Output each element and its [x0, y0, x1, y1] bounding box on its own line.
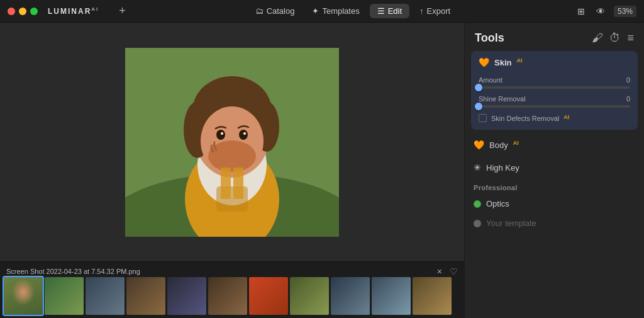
svg-point-10	[216, 130, 225, 140]
panel-title: Tools	[475, 31, 504, 45]
photo-svg	[125, 48, 339, 237]
filmstrip-thumb-1[interactable]	[4, 277, 43, 315]
main-area: Screen Shot 2022-04-23 at 7.54.32 PM.png…	[0, 23, 644, 318]
edit-icon: ☰	[377, 6, 385, 16]
svg-rect-18	[233, 168, 243, 199]
svg-point-11	[239, 130, 248, 140]
shine-label-row: Shine Removal 0	[479, 95, 630, 103]
professional-label: Professional	[465, 179, 644, 194]
filmstrip: Screen Shot 2022-04-23 at 7.54.32 PM.png…	[0, 261, 464, 318]
nav-edit[interactable]: ☰ Edit	[370, 4, 409, 18]
filmstrip-thumb-2[interactable]	[45, 277, 84, 315]
favorite-icon[interactable]: ♡	[450, 266, 458, 276]
nav-catalog[interactable]: 🗂 Catalog	[248, 4, 303, 18]
filter-settings-button[interactable]: ≡	[627, 31, 634, 45]
titlebar: LUMINARAI + 🗂 Catalog ✦ Templates ☰ Edit…	[0, 0, 644, 23]
body-icon: 🧡	[474, 140, 484, 150]
templates-icon: ✦	[312, 6, 319, 16]
filmstrip-thumb-9[interactable]	[331, 277, 370, 315]
nav-items: 🗂 Catalog ✦ Templates ☰ Edit ↑ Export	[136, 4, 570, 18]
shine-slider-row: Shine Removal 0	[479, 95, 630, 108]
photo-frame	[125, 48, 339, 237]
filmstrip-thumb-3[interactable]	[86, 277, 125, 315]
high-key-tool-name: High Key	[486, 163, 519, 173]
amount-label: Amount	[479, 76, 502, 84]
shine-label: Shine Removal	[479, 95, 526, 103]
thumb-overlay-1	[4, 277, 43, 315]
amount-slider-thumb[interactable]	[475, 84, 482, 91]
nav-export[interactable]: ↑ Export	[412, 4, 458, 18]
optics-label: Optics	[486, 199, 509, 208]
amount-value: 0	[626, 76, 630, 84]
zoom-control[interactable]: 53%	[614, 6, 636, 17]
your-template-dot	[474, 220, 481, 227]
filmstrip-thumb-10[interactable]	[372, 277, 411, 315]
optics-status-dot	[474, 200, 481, 208]
filmstrip-thumb-11[interactable]	[413, 277, 452, 315]
maximize-traffic-light[interactable]	[30, 8, 38, 15]
high-key-icon: ✳	[474, 162, 481, 173]
filmstrip-thumb-8[interactable]	[290, 277, 329, 315]
skin-section-header[interactable]: 🧡 Skin AI	[471, 51, 638, 74]
amount-slider-row: Amount 0	[479, 76, 630, 89]
filmstrip-thumb-6[interactable]	[208, 277, 247, 315]
filename-label: Screen Shot 2022-04-23 at 7.54.32 PM.png	[6, 268, 140, 275]
app-logo: LUMINARAI	[48, 6, 99, 16]
svg-point-12	[221, 132, 223, 135]
nav-templates[interactable]: ✦ Templates	[304, 4, 367, 18]
body-ai-badge: AI	[513, 140, 519, 146]
defects-row: Skin Defects Removal AI	[479, 114, 630, 122]
add-button[interactable]: +	[114, 4, 131, 18]
close-icon[interactable]: ×	[437, 266, 442, 276]
center-area: Screen Shot 2022-04-23 at 7.54.32 PM.png…	[0, 23, 464, 318]
grid-view-button[interactable]: ⊞	[575, 4, 587, 19]
shine-value: 0	[626, 95, 630, 103]
body-tool[interactable]: 🧡 Body AI	[465, 133, 644, 156]
filmstrip-thumb-7[interactable]	[249, 277, 288, 315]
filmstrip-actions: × ♡	[437, 266, 458, 276]
paint-brush-button[interactable]: 🖌	[592, 31, 603, 45]
filmstrip-thumb-4[interactable]	[126, 277, 165, 315]
svg-point-15	[208, 140, 256, 172]
high-key-tool[interactable]: ✳ High Key	[465, 156, 644, 179]
defects-checkbox[interactable]	[479, 114, 487, 122]
amount-label-row: Amount 0	[479, 76, 630, 84]
skin-icon: 🧡	[479, 57, 489, 67]
history-button[interactable]: ⏱	[609, 31, 621, 45]
body-tool-name: Body	[489, 140, 508, 150]
your-template-label: Your template	[486, 219, 536, 228]
child-photo	[125, 48, 339, 237]
right-panel: Tools 🖌 ⏱ ≡ 🧡 Skin AI Amount 0	[464, 23, 644, 318]
preview-button[interactable]: 👁	[594, 4, 608, 19]
traffic-lights	[8, 8, 38, 15]
skin-tool-body: Amount 0 Shine Removal 0	[471, 74, 638, 130]
svg-point-13	[243, 132, 246, 135]
photo-area	[0, 23, 464, 261]
shine-slider-track[interactable]	[479, 105, 630, 108]
skin-tool-name: Skin	[494, 58, 511, 67]
skin-section: 🧡 Skin AI Amount 0	[471, 51, 638, 130]
skin-ai-badge: AI	[516, 57, 522, 64]
defects-ai-badge: AI	[564, 114, 569, 120]
amount-slider-track[interactable]	[479, 86, 630, 89]
filmstrip-thumb-5[interactable]	[167, 277, 206, 315]
filmstrip-inner	[4, 276, 460, 315]
filmstrip-top: Screen Shot 2022-04-23 at 7.54.32 PM.png…	[4, 264, 460, 276]
defects-label: Skin Defects Removal	[491, 115, 559, 122]
panel-right-icons: 🖌 ⏱ ≡	[592, 31, 634, 45]
your-template-row: Your template	[465, 213, 644, 233]
close-traffic-light[interactable]	[8, 8, 15, 15]
export-icon: ↑	[419, 6, 424, 16]
panel-header: Tools 🖌 ⏱ ≡	[465, 23, 644, 51]
nav-right: ⊞ 👁 53%	[575, 4, 636, 19]
catalog-icon: 🗂	[255, 6, 264, 16]
optics-row[interactable]: Optics	[465, 194, 644, 213]
shine-slider-thumb[interactable]	[475, 103, 482, 110]
svg-rect-17	[221, 168, 231, 199]
minimize-traffic-light[interactable]	[19, 8, 26, 15]
